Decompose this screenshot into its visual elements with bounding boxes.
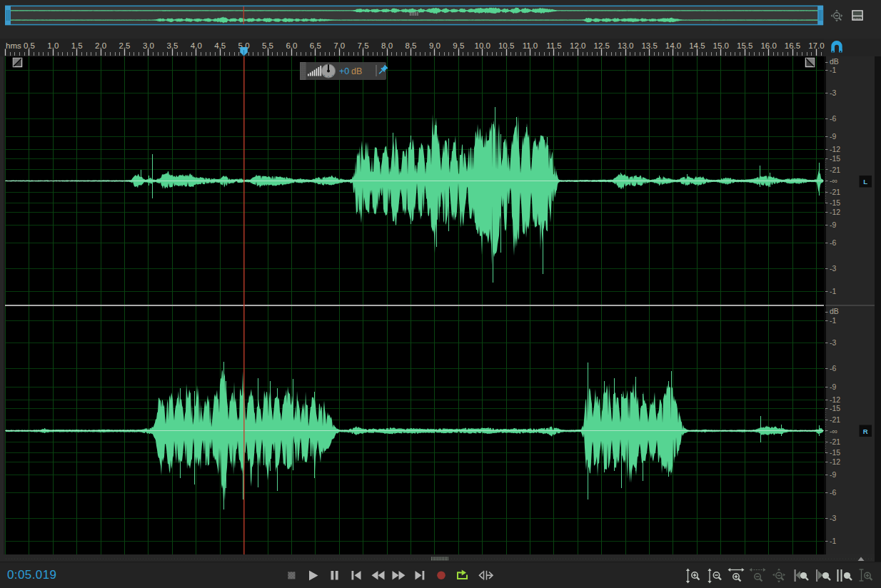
svg-text:-∞: -∞ bbox=[830, 176, 837, 185]
svg-text:-21: -21 bbox=[830, 188, 840, 196]
svg-text:-12: -12 bbox=[830, 457, 840, 466]
svg-text:dB: dB bbox=[351, 66, 362, 76]
svg-text:R: R bbox=[863, 427, 868, 435]
svg-text:-∞: -∞ bbox=[830, 427, 837, 435]
svg-text:-12: -12 bbox=[830, 395, 840, 404]
svg-text:-1: -1 bbox=[830, 66, 836, 74]
svg-text:-9: -9 bbox=[830, 470, 836, 479]
svg-text:-21: -21 bbox=[830, 437, 840, 446]
svg-text:-9: -9 bbox=[830, 382, 836, 391]
svg-text:-21: -21 bbox=[830, 166, 840, 174]
svg-text:-21: -21 bbox=[830, 415, 840, 424]
svg-text:-15: -15 bbox=[830, 198, 840, 207]
svg-text:-9: -9 bbox=[830, 132, 836, 141]
svg-text:-1: -1 bbox=[830, 316, 836, 325]
svg-text:-6: -6 bbox=[830, 364, 836, 372]
svg-text:-3: -3 bbox=[830, 514, 836, 522]
svg-text:-3: -3 bbox=[830, 88, 836, 97]
svg-text:-3: -3 bbox=[830, 264, 836, 273]
svg-text:-9: -9 bbox=[830, 220, 836, 229]
svg-text:dB: dB bbox=[830, 307, 839, 315]
svg-text:-6: -6 bbox=[830, 238, 836, 247]
svg-text:+0: +0 bbox=[339, 66, 349, 76]
svg-text:-6: -6 bbox=[830, 114, 836, 123]
svg-text:-12: -12 bbox=[830, 208, 840, 216]
svg-text:dB: dB bbox=[830, 57, 839, 66]
svg-text:-6: -6 bbox=[830, 488, 836, 497]
svg-text:-15: -15 bbox=[830, 448, 840, 457]
svg-text:-12: -12 bbox=[830, 145, 840, 153]
svg-text:-3: -3 bbox=[830, 338, 836, 347]
svg-text:-15: -15 bbox=[830, 404, 840, 412]
svg-text:-15: -15 bbox=[830, 154, 840, 163]
svg-text:L: L bbox=[863, 178, 867, 186]
svg-text:-1: -1 bbox=[830, 537, 836, 545]
svg-text:-1: -1 bbox=[830, 287, 836, 295]
